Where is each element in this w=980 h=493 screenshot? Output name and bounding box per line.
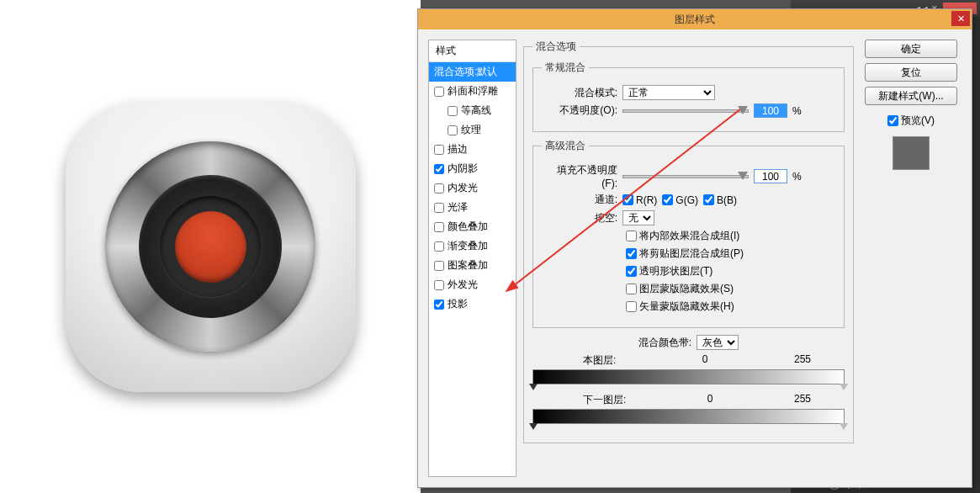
style-item-label: 内阴影	[448, 162, 478, 176]
styles-list: 样式 混合选项:默认斜面和浮雕等高线纹理描边内阴影内发光光泽颜色叠加渐变叠加图案…	[428, 40, 516, 477]
blend-if-label: 混合颜色带:	[638, 336, 691, 350]
knockout-select[interactable]: 无	[622, 210, 654, 225]
blend-mode-select[interactable]: 正常	[622, 85, 715, 100]
style-checkbox[interactable]	[448, 106, 458, 116]
ok-button[interactable]: 确定	[865, 40, 957, 58]
style-item-label: 光泽	[448, 200, 468, 215]
style-item-label: 内发光	[448, 181, 478, 195]
artwork-metal-ring	[105, 141, 315, 352]
channel-b-checkbox[interactable]: B(B)	[703, 194, 737, 206]
style-item-7[interactable]: 光泽	[429, 198, 516, 217]
style-item-label: 渐变叠加	[448, 239, 488, 253]
layer-style-dialog: 图层样式 ✕ 样式 混合选项:默认斜面和浮雕等高线纹理描边内阴影内发光光泽颜色叠…	[417, 8, 972, 488]
style-checkbox[interactable]	[434, 300, 444, 310]
style-item-8[interactable]: 颜色叠加	[429, 217, 516, 236]
fill-opacity-input[interactable]	[754, 169, 787, 183]
style-item-label: 外发光	[448, 278, 478, 292]
preview-checkbox[interactable]: 预览(V)	[887, 114, 935, 128]
style-item-4[interactable]: 描边	[429, 140, 516, 159]
percent-label: %	[792, 105, 802, 117]
range-low: 0	[702, 353, 708, 368]
style-item-label: 纹理	[461, 123, 481, 137]
style-item-12[interactable]: 投影	[429, 294, 516, 314]
style-item-label: 等高线	[461, 103, 491, 118]
dialog-title: 图层样式	[675, 13, 715, 27]
styles-header: 样式	[429, 40, 516, 62]
knockout-label: 挖空:	[542, 211, 617, 225]
blend-mode-label: 混合模式:	[542, 86, 617, 100]
under-layer-label: 下一图层:	[583, 393, 626, 407]
style-item-label: 描边	[448, 142, 468, 156]
blending-options-group: 混合选项 常规混合 混合模式: 正常 不透明度(O): % 高级混	[523, 40, 854, 443]
blending-options-panel: 混合选项 常规混合 混合模式: 正常 不透明度(O): % 高级混	[523, 40, 854, 477]
channels-label: 通道:	[542, 193, 617, 207]
style-item-10[interactable]: 图案叠加	[429, 256, 516, 275]
style-item-9[interactable]: 渐变叠加	[429, 236, 516, 256]
percent-label: %	[792, 171, 802, 183]
style-item-5[interactable]: 内阴影	[429, 159, 516, 178]
style-checkbox[interactable]	[434, 203, 444, 213]
artwork-red-center	[175, 211, 246, 283]
style-item-label: 混合选项:默认	[434, 65, 497, 79]
opt-inner-fx-group[interactable]: 将内部效果混合成组(I)	[626, 229, 739, 243]
general-blend-legend: 常规混合	[542, 61, 589, 75]
style-item-0[interactable]: 混合选项:默认	[429, 62, 516, 82]
opt-transparency-shapes[interactable]: 透明形状图层(T)	[626, 264, 712, 278]
fill-opacity-label: 填充不透明度(F):	[542, 163, 617, 189]
reset-button[interactable]: 复位	[865, 63, 957, 82]
general-blend-group: 常规混合 混合模式: 正常 不透明度(O): %	[532, 61, 845, 132]
opacity-input[interactable]	[754, 103, 787, 118]
style-item-label: 投影	[448, 297, 468, 311]
advanced-blend-legend: 高级混合	[542, 139, 589, 153]
style-item-1[interactable]: 斜面和浮雕	[429, 82, 516, 101]
style-item-2[interactable]: 等高线	[429, 101, 516, 120]
preview-swatch	[893, 136, 930, 170]
channel-g-checkbox[interactable]: G(G)	[662, 194, 698, 206]
new-style-button[interactable]: 新建样式(W)...	[865, 87, 957, 105]
range-high: 255	[794, 353, 811, 368]
blending-options-legend: 混合选项	[532, 40, 580, 54]
opt-layer-mask-hide[interactable]: 图层蒙版隐藏效果(S)	[626, 282, 734, 296]
style-item-11[interactable]: 外发光	[429, 275, 516, 294]
canvas-area	[0, 0, 421, 493]
style-checkbox[interactable]	[434, 241, 444, 252]
style-item-3[interactable]: 纹理	[429, 120, 516, 140]
style-checkbox[interactable]	[434, 87, 444, 97]
dialog-title-bar[interactable]: 图层样式 ✕	[418, 9, 972, 29]
style-checkbox[interactable]	[434, 183, 444, 193]
style-item-label: 颜色叠加	[448, 220, 488, 234]
opt-vector-mask-hide[interactable]: 矢量蒙版隐藏效果(H)	[626, 300, 734, 314]
style-item-label: 斜面和浮雕	[448, 84, 498, 98]
artwork-rounded-rect	[66, 102, 356, 392]
style-checkbox[interactable]	[434, 145, 444, 155]
style-checkbox[interactable]	[434, 261, 444, 271]
under-layer-blend-slider[interactable]	[532, 409, 845, 424]
range-high: 255	[794, 393, 811, 407]
style-checkbox[interactable]	[448, 125, 458, 135]
channel-r-checkbox[interactable]: R(R)	[622, 194, 657, 206]
this-layer-label: 本图层:	[583, 353, 616, 368]
style-item-6[interactable]: 内发光	[429, 178, 516, 198]
fill-opacity-slider[interactable]	[622, 175, 749, 178]
artwork-dark-ring	[139, 175, 282, 318]
blend-if-select[interactable]: 灰色	[697, 335, 739, 350]
advanced-blend-group: 高级混合 填充不透明度(F): % 通道: R(R) G(G) B(B)	[532, 139, 845, 328]
dialog-close-button[interactable]: ✕	[951, 11, 970, 26]
style-item-label: 图案叠加	[448, 258, 488, 273]
opacity-label: 不透明度(O):	[542, 103, 617, 118]
style-checkbox[interactable]	[434, 280, 444, 290]
style-checkbox[interactable]	[434, 222, 444, 232]
artwork-inner-ring	[160, 196, 261, 297]
opt-clip-group[interactable]: 将剪贴图层混合成组(P)	[626, 246, 744, 261]
opacity-slider[interactable]	[622, 109, 749, 113]
style-checkbox[interactable]	[434, 164, 444, 174]
range-low: 0	[707, 393, 713, 407]
dialog-button-column: 确定 复位 新建样式(W)... 预览(V)	[861, 40, 961, 477]
this-layer-blend-slider[interactable]	[532, 369, 845, 384]
